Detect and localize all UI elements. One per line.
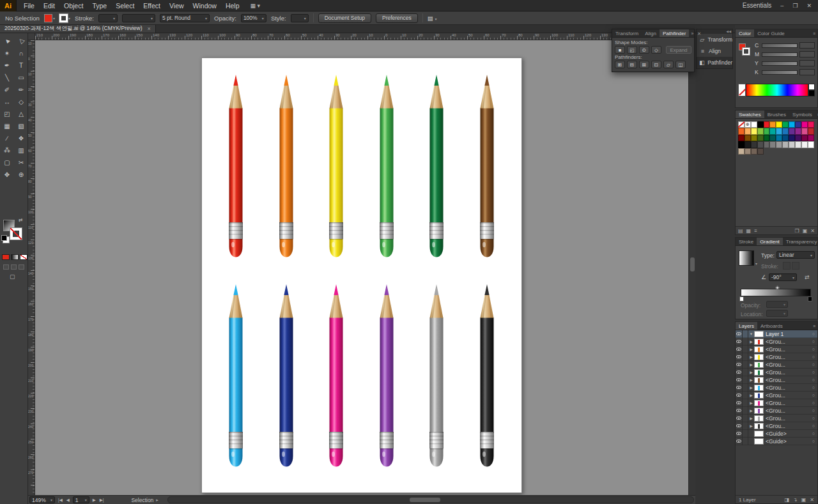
swatch-ed145b[interactable] [808, 121, 814, 128]
gradient-slider[interactable] [741, 289, 811, 296]
horizontal-ruler[interactable]: 2102001901801701601501401301201101009080… [35, 33, 688, 40]
swatch-0076a3[interactable] [776, 135, 782, 141]
intersect-button[interactable]: ⊙ [639, 46, 649, 54]
style-field[interactable]: ▾ [291, 14, 309, 22]
layer-row-guide-2[interactable]: <Guide>○ [736, 438, 817, 445]
target-circle[interactable]: ○ [812, 370, 815, 374]
swatch-db4d8e[interactable] [801, 128, 808, 134]
visibility-toggle[interactable] [736, 346, 743, 353]
tab-color[interactable]: Color [736, 29, 754, 37]
menu-help[interactable]: Help [221, 0, 244, 11]
lock-toggle[interactable] [743, 415, 748, 422]
lock-toggle[interactable] [743, 430, 748, 438]
stroke-label[interactable]: Stroke: [75, 15, 94, 22]
tab-close-icon[interactable]: × [148, 26, 151, 32]
gradient-midpoint-handle[interactable] [775, 286, 780, 290]
exclude-button[interactable]: ◇ [651, 46, 661, 54]
swatch-534741[interactable] [757, 148, 764, 155]
visibility-toggle[interactable] [736, 422, 743, 430]
expand-toggle[interactable]: ▶ [748, 393, 754, 397]
perspective-grid-tool[interactable]: △ [14, 108, 28, 120]
expand-toggle[interactable]: ▶ [748, 355, 754, 359]
new-color-group-icon[interactable]: ❒ [795, 228, 799, 234]
lock-toggle[interactable] [743, 376, 748, 384]
tab-stroke[interactable]: Stroke [736, 238, 757, 245]
target-circle[interactable]: ○ [812, 347, 815, 351]
target-circle[interactable]: ○ [812, 401, 815, 405]
visibility-toggle[interactable] [736, 376, 743, 384]
swatch-333333[interactable] [751, 141, 757, 148]
visibility-toggle[interactable] [736, 338, 743, 346]
expand-toggle[interactable]: ▶ [748, 401, 754, 405]
swatch-fff200[interactable] [776, 121, 782, 128]
pencil-orange[interactable] [277, 74, 296, 259]
color-stroke-proxy[interactable] [743, 48, 750, 55]
artboard-number-field[interactable]: 1▾ [73, 496, 89, 503]
gradient-stop-white[interactable] [739, 296, 744, 302]
document-tab[interactable]: 20250320-과제-12색 색연필.ai @ 149% (CMYK/Prev… [0, 25, 156, 33]
target-circle[interactable]: ○ [812, 385, 815, 390]
swatch-00a99d[interactable] [769, 128, 776, 134]
layer-name[interactable]: <Grou... [766, 377, 785, 383]
layer-row-group-11[interactable]: ▶<Grou...○ [736, 415, 817, 422]
swatch-e6e6e6[interactable] [795, 141, 801, 148]
artboard-tool[interactable]: ▢ [0, 157, 14, 169]
swatch-004a80[interactable] [782, 135, 789, 141]
reverse-gradient-icon[interactable]: ⇄ [805, 274, 810, 280]
fill-color-control[interactable] [44, 14, 52, 22]
swatch-c7b299[interactable] [738, 148, 745, 155]
swatch-f7941e[interactable] [769, 121, 776, 128]
tab-artboards[interactable]: Artboards [757, 322, 786, 330]
tab-gradient[interactable]: Gradient [757, 238, 783, 245]
layer-name[interactable]: <Guide> [766, 431, 787, 437]
layer-row-group-2[interactable]: ▶<Grou...○ [736, 346, 817, 353]
channel-slider-y[interactable] [762, 61, 798, 66]
layer-row-group-1[interactable]: ▶<Grou...○ [736, 338, 817, 346]
swatches-panel-menu-icon[interactable]: ≡ [815, 111, 818, 118]
channel-slider-c[interactable] [762, 43, 798, 48]
swatch-1b1464[interactable] [789, 135, 795, 141]
swatch-808080[interactable] [769, 141, 776, 148]
expand-toggle[interactable]: ▶ [748, 362, 754, 367]
stroke-dropdown-icon[interactable]: ▾ [68, 16, 70, 20]
layer-name[interactable]: <Grou... [766, 346, 785, 353]
none-color-swatch[interactable] [738, 84, 746, 96]
tab-transparency[interactable]: Transparency [783, 238, 818, 245]
visibility-toggle[interactable] [736, 330, 743, 338]
visibility-toggle[interactable] [736, 407, 743, 415]
new-layer-icon[interactable]: ▣ [801, 497, 806, 503]
swatch-662d91[interactable] [789, 128, 795, 134]
minus-back-button[interactable]: ◫ [675, 61, 686, 68]
opacity-label[interactable]: Opacity: [214, 15, 236, 22]
pencil-green[interactable] [377, 74, 396, 259]
window-restore-button[interactable]: ❐ [792, 3, 798, 9]
selection-tool[interactable]: ► [0, 35, 14, 47]
layer-row-group-10[interactable]: ▶<Grou...○ [736, 407, 817, 415]
layer-row-guide-1[interactable]: <Guide>○ [736, 430, 817, 438]
app-logo[interactable]: Ai [0, 0, 17, 11]
arrange-documents-icon[interactable]: ▦ ▾ [251, 3, 261, 9]
preferences-button[interactable]: Preferences [376, 13, 418, 23]
lock-toggle[interactable] [743, 438, 748, 445]
channel-value-k[interactable] [799, 69, 815, 75]
style-label[interactable]: Style: [271, 15, 286, 22]
pencil-tool[interactable]: ✏ [14, 84, 28, 96]
visibility-toggle[interactable] [736, 415, 743, 422]
rectangle-tool[interactable]: ▭ [14, 72, 28, 84]
stroke-color-swatch[interactable] [10, 228, 22, 240]
minus-front-button[interactable]: ◰ [627, 46, 637, 54]
layer-name[interactable]: <Grou... [766, 369, 785, 376]
lock-toggle[interactable] [743, 399, 748, 407]
swatch-27aae1[interactable] [776, 128, 782, 134]
tab-swatches[interactable]: Swatches [736, 111, 764, 118]
swatch-8dc63f[interactable] [757, 128, 764, 134]
black-swatch[interactable] [808, 90, 815, 96]
slice-tool[interactable]: ✂ [14, 157, 28, 169]
swatch-9e005d[interactable] [808, 135, 814, 141]
symbol-sprayer-tool[interactable]: ⁂ [0, 144, 14, 157]
channel-value-c[interactable] [799, 42, 815, 49]
lock-toggle[interactable] [743, 407, 748, 415]
swatch-ffffff[interactable] [751, 121, 757, 128]
status-menu-icon[interactable]: ▸ [156, 498, 158, 503]
layer-row-group-9[interactable]: ▶<Grou...○ [736, 399, 817, 407]
